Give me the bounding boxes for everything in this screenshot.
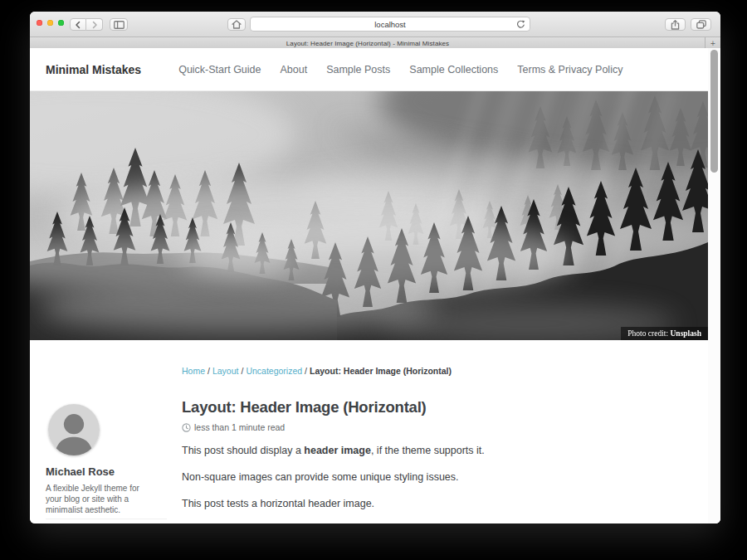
close-button[interactable]	[37, 20, 42, 26]
traffic-lights	[37, 20, 64, 26]
web-page: Minimal Mistakes Quick-Start Guide About…	[30, 48, 720, 523]
forward-chevron-icon	[91, 21, 98, 29]
paragraph-2: Non-square images can provide some uniqu…	[182, 471, 693, 484]
photo-credit-source: Unsplash	[671, 329, 702, 338]
header-image: Photo credit: Unsplash	[30, 91, 708, 340]
avatar-placeholder-icon	[48, 404, 100, 455]
breadcrumb-home-link[interactable]: Home	[182, 366, 205, 376]
breadcrumb-separator: /	[305, 366, 307, 376]
nav-link-sample-collections[interactable]: Sample Collections	[409, 64, 498, 75]
forward-button[interactable]	[86, 18, 103, 31]
paragraph-1-text: This post should display a	[182, 445, 304, 456]
foggy-forest-illustration	[30, 91, 708, 340]
site-title-link[interactable]: Minimal Mistakes	[46, 63, 141, 76]
reload-icon[interactable]	[516, 20, 525, 29]
nav-link-quick-start-guide[interactable]: Quick-Start Guide	[178, 64, 261, 75]
back-button[interactable]	[70, 18, 86, 31]
content-area: Michael Rose A flexible Jekyll theme for…	[30, 340, 708, 519]
clock-icon	[182, 423, 191, 432]
author-bio: A flexible Jekyll theme for your blog or…	[46, 483, 152, 515]
sidebar-icon	[114, 21, 124, 29]
tab-title: Layout: Header Image (Horizontal) - Mini…	[286, 40, 449, 47]
author-name: Michael Rose	[46, 465, 182, 478]
breadcrumb-uncategorized-link[interactable]: Uncategorized	[246, 366, 302, 376]
paragraph-1: This post should display a header image,…	[182, 445, 693, 457]
read-time-label: less than 1 minute read	[194, 422, 285, 432]
nav-link-sample-posts[interactable]: Sample Posts	[326, 64, 390, 75]
author-sidebar: Michael Rose A flexible Jekyll theme for…	[46, 366, 182, 519]
back-chevron-icon	[75, 21, 81, 29]
minimize-button[interactable]	[47, 20, 53, 26]
browser-window: Layout: Header Image (Horizontal) - Mini…	[30, 12, 720, 523]
page-title: Layout: Header Image (Horizontal)	[182, 398, 693, 416]
tabs-icon	[696, 20, 706, 29]
scrollbar-thumb[interactable]	[710, 50, 718, 173]
photo-credit: Photo credit: Unsplash	[621, 327, 708, 340]
read-time: less than 1 minute read	[182, 422, 693, 432]
breadcrumb-current: Layout: Header Image (Horizontal)	[310, 366, 452, 376]
nav-link-about[interactable]: About	[281, 64, 308, 75]
zoom-button[interactable]	[58, 20, 64, 26]
share-icon	[671, 20, 680, 30]
site-nav: Quick-Start Guide About Sample Posts Sam…	[178, 64, 642, 75]
titlebar	[30, 12, 720, 37]
site-masthead: Minimal Mistakes Quick-Start Guide About…	[30, 48, 708, 91]
photo-credit-label: Photo credit:	[627, 329, 668, 338]
paragraph-1-text: , if the theme supports it.	[371, 445, 485, 456]
breadcrumb-layout-link[interactable]: Layout	[212, 366, 239, 376]
article: Home/Layout/Uncategorized/Layout: Header…	[182, 366, 693, 519]
breadcrumb-separator: /	[241, 366, 243, 376]
home-button[interactable]	[227, 18, 246, 31]
share-button[interactable]	[665, 18, 686, 31]
nav-link-terms-privacy[interactable]: Terms & Privacy Policy	[517, 64, 622, 75]
tab-overview-button[interactable]	[691, 18, 711, 31]
avatar	[48, 404, 100, 455]
scrollbar-track[interactable]	[708, 48, 720, 523]
active-tab[interactable]: Layout: Header Image (Horizontal) - Mini…	[30, 37, 706, 49]
home-icon	[232, 20, 242, 29]
plus-icon: +	[710, 39, 715, 48]
sidebar-divider	[46, 519, 167, 519]
paragraph-3: This post tests a horizontal header imag…	[182, 498, 693, 510]
address-bar[interactable]	[250, 17, 530, 32]
breadcrumb: Home/Layout/Uncategorized/Layout: Header…	[182, 366, 693, 376]
paragraph-1-bold: header image	[304, 445, 371, 456]
new-tab-button[interactable]: +	[705, 37, 720, 49]
sidebar-toggle-button[interactable]	[110, 18, 128, 31]
history-nav-group	[70, 18, 103, 31]
breadcrumb-separator: /	[208, 366, 210, 376]
